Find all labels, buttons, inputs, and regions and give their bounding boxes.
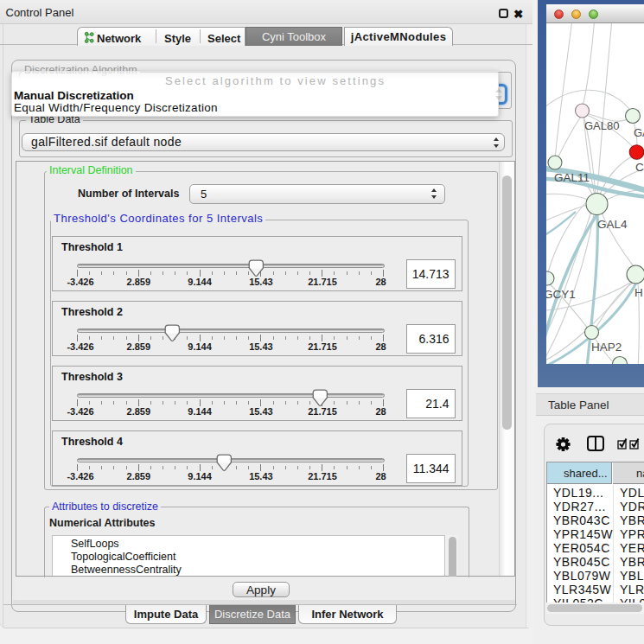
svg-text:GCY1: GCY1: [546, 288, 576, 301]
svg-text:CY: CY: [635, 161, 644, 174]
svg-text:GAL6: GAL6: [634, 126, 644, 139]
svg-text:H: H: [634, 286, 643, 299]
svg-text:GAL4: GAL4: [597, 218, 628, 231]
svg-text:HAP2: HAP2: [591, 341, 622, 354]
svg-text:GAL11: GAL11: [554, 171, 590, 184]
svg-text:GAL80: GAL80: [584, 119, 619, 132]
